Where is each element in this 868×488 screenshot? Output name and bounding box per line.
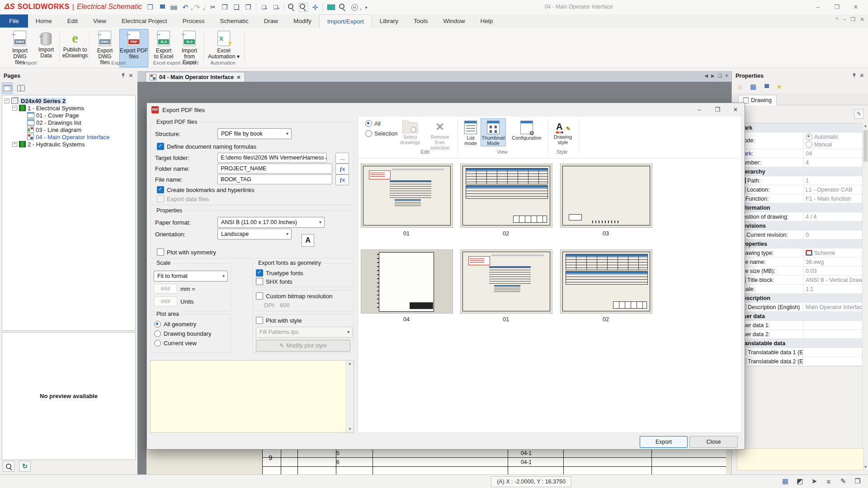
close-window-icon[interactable]: ✕: [846, 0, 865, 14]
zoom-icon[interactable]: [286, 2, 297, 13]
menu-tab[interactable]: Help: [473, 14, 501, 28]
snap-icon[interactable]: ◩: [794, 476, 806, 487]
menu-tab[interactable]: Modify: [286, 14, 319, 28]
mdi-close-icon[interactable]: ✕: [860, 16, 864, 23]
zoom-area-icon[interactable]: [298, 2, 309, 13]
scroll-tabs-right-icon[interactable]: ▶: [711, 73, 715, 78]
property-row[interactable]: Information Automatic Manual: [737, 203, 863, 212]
scroll-tabs-left-icon[interactable]: ◀: [704, 73, 708, 78]
close-pane-icon[interactable]: ✕: [725, 73, 729, 78]
plot-with-style-checkbox[interactable]: Plot with style: [256, 317, 302, 324]
pages-book-view-button[interactable]: [15, 83, 26, 94]
separator[interactable]: [256, 3, 256, 11]
property-row[interactable]: Number: 4 Automatic Manual: [737, 158, 863, 167]
properties-scrollbar[interactable]: ▲ ▼: [862, 123, 868, 470]
publish-to-edrawings-button[interactable]: e Publish toeDrawings: [61, 29, 89, 67]
checkbox-checked-icon[interactable]: [157, 186, 164, 193]
all-geometry-radio[interactable]: All geometry: [154, 321, 196, 328]
file-formula-button[interactable]: ƒx: [335, 174, 349, 185]
thumbnail-preview[interactable]: [361, 164, 453, 228]
copy-icon[interactable]: [219, 2, 230, 13]
save-properties-icon[interactable]: [762, 82, 771, 91]
menu-tab[interactable]: Window: [436, 14, 473, 28]
doc-right-icon[interactable]: [270, 2, 281, 13]
dialog-maximize-icon[interactable]: ❐: [708, 103, 726, 116]
dialog-close-icon[interactable]: ✕: [726, 103, 745, 116]
import-data-button[interactable]: ← ImportData: [34, 29, 58, 67]
property-row[interactable]: Position of drawing: 4 / 4 Automatic Man…: [737, 212, 863, 221]
radio-selected-icon[interactable]: [154, 321, 161, 328]
search-icon[interactable]: [337, 2, 348, 13]
document-tab-active[interactable]: 04 - Main Operator Interface ✕: [146, 72, 245, 82]
tree-expander-icon[interactable]: [12, 142, 17, 147]
tree-item[interactable]: 1 - Electrical Systems: [2, 104, 135, 112]
dialog-minimize-icon[interactable]: –: [690, 103, 708, 116]
folder-name-input[interactable]: PROJECT_NAME: [217, 164, 332, 174]
tree-item[interactable]: 01 - Cover Page: [2, 112, 135, 119]
property-row[interactable]: Function: F1 - Main function Automatic M…: [737, 194, 863, 203]
property-row[interactable]: Mark: 04 Automatic Manual: [737, 149, 863, 158]
folder-formula-button[interactable]: ƒx: [335, 164, 349, 174]
grid-view-icon[interactable]: [749, 82, 758, 91]
plot-symmetry-checkbox[interactable]: Plot with symmetry: [157, 249, 216, 256]
property-row[interactable]: Mark Automatic Manual: [737, 123, 863, 132]
close-button[interactable]: Close: [689, 436, 738, 448]
menu-tab[interactable]: Tools: [406, 14, 436, 28]
separator[interactable]: [323, 3, 323, 11]
tree-item[interactable]: 04 - Main Operator Interface: [2, 133, 135, 141]
drawing-thumbnail[interactable]: 01: [460, 249, 552, 323]
drawing-thumbnail[interactable]: 01: [361, 164, 452, 237]
menu-tab[interactable]: Schematic: [212, 14, 256, 28]
drawing-thumbnail[interactable]: 03: [560, 164, 651, 237]
property-row[interactable]: Hierarchy Automatic Manual: [737, 167, 863, 176]
tree-expander-icon[interactable]: [5, 99, 9, 103]
home-icon[interactable]: [736, 82, 745, 91]
mdi-restore-icon[interactable]: ❐: [850, 16, 855, 23]
current-view-radio[interactable]: Current view: [154, 340, 197, 347]
favorites-icon[interactable]: [775, 82, 784, 91]
checkbox-icon[interactable]: [256, 292, 263, 300]
scale-select[interactable]: Fit to format: [154, 271, 228, 282]
property-row[interactable]: Description (English) Main Operator Inte…: [737, 303, 863, 312]
modify-plot-style-button[interactable]: ✎ Modify plot style: [256, 340, 350, 352]
property-row[interactable]: File name: 36.ewg Automatic Manual: [737, 258, 863, 267]
copy-special-icon[interactable]: [231, 2, 242, 13]
grid-icon[interactable]: ▦: [779, 476, 791, 487]
shx-fonts-checkbox[interactable]: SHX fonts: [256, 278, 292, 285]
mode-automatic-radio[interactable]: [806, 133, 812, 140]
menu-tab[interactable]: Home: [28, 14, 60, 28]
property-row[interactable]: Translatable data 2 (E Automatic Manual: [737, 357, 863, 366]
pan-icon[interactable]: [310, 2, 321, 13]
checkbox-icon[interactable]: [256, 317, 263, 324]
property-row[interactable]: Mode: Automatic Manual: [737, 132, 863, 149]
property-row[interactable]: User data Automatic Manual: [737, 312, 863, 321]
close-panel-icon[interactable]: ✕: [129, 73, 133, 78]
scroll-down-icon[interactable]: ▼: [346, 426, 354, 432]
property-row[interactable]: File size (MB): 0.03 Automatic Manual: [737, 267, 863, 276]
scroll-up-icon[interactable]: ▲: [863, 123, 868, 129]
mode-manual-radio[interactable]: [806, 141, 812, 148]
close-tab-icon[interactable]: ✕: [236, 75, 241, 80]
save-icon[interactable]: [156, 2, 167, 13]
menu-tab[interactable]: Edit: [60, 14, 85, 28]
create-bookmarks-checkbox[interactable]: Create bookmarks and hyperlinks: [157, 186, 255, 193]
custom-bitmap-checkbox[interactable]: Custom bitmap resolution: [256, 292, 332, 300]
pages-tree-view-button[interactable]: [2, 83, 13, 94]
checkbox-checked-icon[interactable]: [157, 143, 164, 150]
browse-button[interactable]: ...: [335, 153, 349, 164]
annotate-icon[interactable]: ✎: [837, 476, 849, 487]
property-row[interactable]: Scale: 1:1 Automatic Manual: [737, 285, 863, 294]
refresh-preview-button[interactable]: [19, 461, 31, 472]
drawing-thumbnail[interactable]: 02: [460, 164, 552, 237]
minimize-window-icon[interactable]: –: [808, 0, 827, 14]
scale-mm-input[interactable]: ###: [154, 284, 177, 294]
tree-expander-icon[interactable]: [12, 106, 17, 111]
radio-icon[interactable]: [365, 130, 372, 137]
paper-format-select[interactable]: ANSI B (11.00 x 17.00 Inches): [217, 217, 325, 228]
redline-icon[interactable]: [326, 2, 336, 13]
paste-icon[interactable]: [243, 2, 254, 13]
property-row[interactable]: User data 1: Automatic Manual: [737, 321, 863, 330]
print-icon[interactable]: [168, 2, 179, 13]
tree-item[interactable]: 03 - Line diagram: [2, 126, 135, 133]
float-pane-icon[interactable]: ❏: [718, 73, 722, 78]
